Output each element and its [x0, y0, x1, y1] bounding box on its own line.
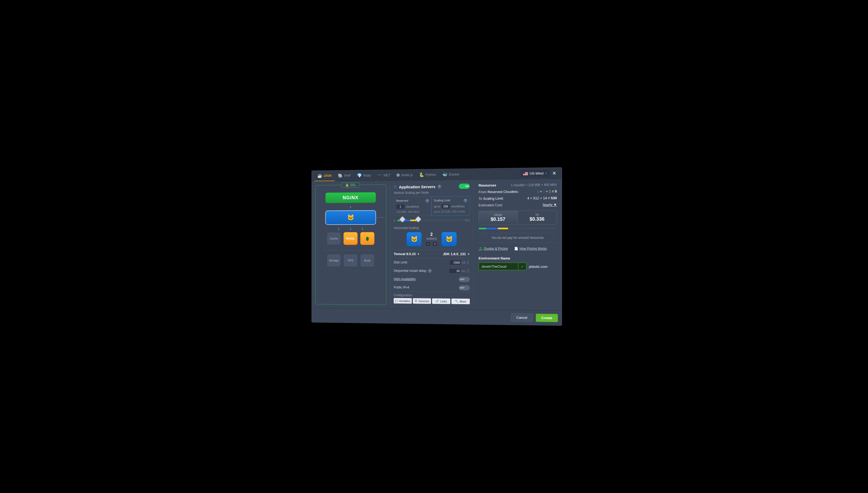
- storage-tile[interactable]: Storage: [327, 254, 341, 267]
- restart-delay-input[interactable]: [449, 268, 461, 274]
- topology-wizard: ☕JAVA 🐘PHP 💎Ruby 〰.NET ⬢Node.js 🐍Python …: [311, 167, 562, 326]
- env-name-input[interactable]: [478, 262, 518, 270]
- cloudlet-slider[interactable]: [397, 219, 463, 221]
- mysql-tile[interactable]: MySQL: [343, 232, 357, 245]
- cost-to: TO $0.336: [517, 211, 556, 225]
- vps-tile[interactable]: VPS: [343, 254, 357, 267]
- carousel-next[interactable]: ›: [551, 236, 557, 239]
- from-cloudlets-expr: 1 + 2 + 2 = 5: [537, 189, 557, 194]
- docker-icon: 🐳: [442, 172, 447, 177]
- settings-column: ☰ Application Servers ? ON Vertical Scal…: [390, 184, 474, 306]
- decrease-nodes-button[interactable]: −: [425, 241, 431, 246]
- python-icon: 🐍: [419, 172, 424, 177]
- mysql-icon: MySQL: [346, 237, 355, 240]
- spin-down[interactable]: ▼: [466, 262, 470, 265]
- server-version-select[interactable]: Tomcat 8.5.15▼: [394, 252, 420, 256]
- reserved-box: Reserved? cloudlet(s) 128 MiB, 400 MHz: [394, 196, 431, 216]
- flow-arrow-icon: ↓: [350, 205, 351, 209]
- env-name-title: Environment Name: [478, 256, 557, 260]
- balancer-nginx[interactable]: NGiNX: [325, 192, 376, 203]
- help-icon[interactable]: ?: [437, 185, 441, 188]
- disk-limit-label: Disk Limit: [394, 261, 407, 264]
- ruby-icon: 💎: [357, 173, 362, 178]
- info-text: You do not pay for unused resources: [491, 236, 543, 239]
- tomcat-icon: 🐱: [445, 236, 452, 242]
- ipv4-toggle[interactable]: OFF: [459, 285, 470, 291]
- cost-period-select[interactable]: hourly ▼: [542, 203, 557, 207]
- tab-docker[interactable]: 🐳Docker: [439, 169, 462, 180]
- lock-icon: 🔒: [345, 183, 349, 187]
- restart-delay-label: Sequential restart delay: [394, 269, 426, 273]
- build-tile[interactable]: Build: [360, 254, 374, 267]
- cache-tile[interactable]: Cache: [327, 232, 341, 245]
- env-domain: .jelastic.com: [528, 264, 548, 269]
- section-title: Application Servers: [399, 184, 436, 189]
- horizontal-scaling-label: Horizontal Scaling: [394, 226, 470, 230]
- us-flag-icon: [523, 172, 528, 175]
- quotas-pricing-link[interactable]: 💲Quotas & Pricing: [478, 247, 508, 251]
- resources-title: Resources: [478, 184, 496, 188]
- php-icon: 🐘: [338, 173, 343, 178]
- volumes-button[interactable]: ☰Volumes: [413, 298, 431, 304]
- help-icon[interactable]: ?: [464, 198, 467, 202]
- tab-dotnet[interactable]: 〰.NET: [374, 170, 393, 180]
- limit-cloudlets-input[interactable]: [441, 204, 450, 209]
- ha-toggle[interactable]: OFF: [459, 277, 470, 282]
- wrench-icon: 🔧: [455, 300, 459, 303]
- flow-arrow-icon: ↓: [350, 226, 351, 231]
- tab-nodejs[interactable]: ⬢Node.js: [393, 170, 416, 180]
- tab-ruby[interactable]: 💎Ruby: [354, 170, 374, 180]
- to-cloudlets-expr: 4 + 512 + 14 = 530: [527, 196, 557, 200]
- disk-limit-input[interactable]: [449, 260, 461, 265]
- more-button[interactable]: 🔧More: [451, 299, 469, 304]
- slider-handle-reserved[interactable]: [399, 216, 406, 223]
- app-server-tomcat[interactable]: 🐱: [325, 210, 376, 225]
- jdk-version-select[interactable]: JDK 1.8.0_131▼: [443, 252, 470, 256]
- node-tile[interactable]: 🐱: [406, 232, 422, 246]
- close-button[interactable]: ✕: [549, 168, 559, 178]
- tab-java[interactable]: ☕JAVA: [314, 171, 335, 181]
- slider-min: 0: [394, 219, 395, 222]
- volumes-icon: ☰: [415, 299, 417, 303]
- cost-from: FROM $0.157: [478, 211, 517, 225]
- variables-button[interactable]: { }Variables: [394, 298, 411, 304]
- reserved-cloudlets-input[interactable]: [396, 204, 404, 209]
- spin-down[interactable]: ▼: [466, 271, 470, 273]
- help-icon[interactable]: ?: [428, 269, 432, 273]
- spin-up[interactable]: ▲: [466, 260, 470, 262]
- tomcat-icon: 🐱: [347, 214, 354, 221]
- estimated-cost-label: Estimated Cost:: [478, 203, 503, 207]
- region-selector[interactable]: US-West: [520, 170, 549, 177]
- configuration-label: Configuration: [394, 293, 470, 298]
- mongodb-icon: ⬮: [365, 236, 369, 241]
- tab-python[interactable]: 🐍Python: [416, 170, 439, 180]
- dotnet-icon: 〰: [377, 173, 381, 178]
- mongodb-tile[interactable]: ⬮: [360, 232, 374, 245]
- node-tile[interactable]: 🐱: [441, 232, 457, 246]
- cloudlet-definition: 1 cloudlet = 128 MiB + 400 MHz: [511, 183, 557, 187]
- how-pricing-link[interactable]: 📄How Pricing Works: [514, 247, 547, 251]
- help-icon[interactable]: ?: [425, 199, 429, 203]
- cancel-button[interactable]: Cancel: [511, 313, 533, 322]
- create-button[interactable]: Create: [535, 314, 558, 322]
- appservers-toggle[interactable]: ON: [459, 184, 470, 189]
- spin-up[interactable]: ▲: [466, 269, 470, 271]
- link-icon: 🔗: [436, 299, 439, 303]
- cost-bar: [478, 228, 557, 230]
- dollar-icon: 💲: [478, 247, 482, 251]
- slider-max: 512: [465, 218, 469, 222]
- slider-handle-limit[interactable]: [415, 216, 421, 222]
- links-button[interactable]: 🔗Links: [432, 298, 450, 304]
- env-name-ok-icon: ✓: [518, 262, 527, 271]
- carousel-prev[interactable]: ‹: [478, 236, 484, 240]
- ssl-toggle[interactable]: 🔒 SSL: [341, 182, 359, 188]
- high-availability-link[interactable]: High-Availability: [394, 277, 416, 281]
- server-icon: ☰: [394, 185, 397, 189]
- tomcat-icon: 🐱: [410, 236, 418, 242]
- tab-php[interactable]: 🐘PHP: [335, 171, 354, 181]
- public-ipv4-label: Public IPv4: [394, 285, 409, 289]
- increase-nodes-button[interactable]: +: [432, 241, 438, 246]
- divider: [322, 250, 379, 251]
- braces-icon: { }: [395, 299, 398, 302]
- vertical-scaling-label: Vertical Scaling per Node: [394, 190, 470, 195]
